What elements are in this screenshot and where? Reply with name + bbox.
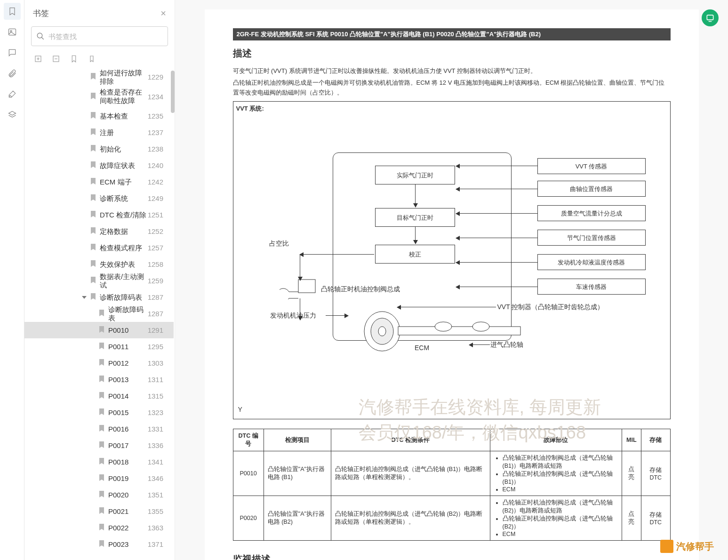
bookmark-label: 诊断故障码表: [100, 293, 148, 302]
box-ect-sensor: 发动机冷却液温度传感器: [537, 254, 646, 270]
search-icon: [36, 32, 45, 40]
label-ocv: 凸轮轴正时机油控制阀总成: [321, 285, 400, 294]
scrollbar-thumb[interactable]: [171, 71, 175, 113]
bookmark-item[interactable]: 定格数据1252: [24, 223, 174, 240]
svg-rect-9: [398, 327, 520, 335]
bookmark-item[interactable]: P00151323: [24, 404, 174, 421]
bookmark-label: 数据表/主动测试: [100, 272, 148, 289]
attachment-tab-icon[interactable]: [4, 65, 21, 82]
bookmark-tree[interactable]: 如何进行故障排除1229检查是否存在间歇性故障1234基本检查1235注册123…: [24, 69, 175, 560]
bookmark-page: 1252: [148, 227, 163, 235]
left-icon-bar: [0, 0, 24, 560]
bookmark-label: 基本检查: [100, 112, 148, 120]
bookmark-label: 故障症状表: [100, 161, 148, 170]
collapse-all-icon[interactable]: [51, 54, 61, 64]
box-crank-sensor: 曲轴位置传感器: [537, 181, 646, 197]
close-icon[interactable]: ×: [160, 8, 166, 19]
bookmark-page: 1257: [148, 244, 163, 252]
camshaft-gear-icon: [349, 303, 537, 360]
bookmark-label: P0022: [108, 524, 148, 532]
bookmark-page: 1238: [148, 145, 163, 153]
bookmark-label: P0021: [108, 507, 148, 516]
label-vvt-controller: VVT 控制器（凸轮轴正时齿轮总成）: [497, 303, 604, 312]
brand-watermark: 汽修帮手: [660, 540, 714, 553]
bookmark-page: 1311: [148, 376, 163, 384]
bookmark-page: 1287: [148, 310, 163, 318]
bookmark-page: 1331: [148, 425, 163, 433]
bookmark-item[interactable]: 初始化1238: [24, 141, 174, 157]
expand-all-icon[interactable]: [33, 54, 43, 64]
th-cond: DTC 检测条件: [331, 429, 490, 451]
box-throttle-sensor: 节气门位置传感器: [537, 230, 646, 246]
section-header-bar: 2GR-FE 发动机控制系统 SFI 系统 P0010 凸轮轴位置"A"执行器电…: [233, 28, 671, 40]
panel-title: 书签: [33, 8, 49, 19]
bookmark-label: 注册: [100, 128, 148, 137]
layers-tab-icon[interactable]: [4, 106, 21, 123]
bookmark-page: 1240: [148, 161, 163, 169]
bookmark-page: 1237: [148, 128, 163, 136]
bookmark-label: P0018: [108, 458, 148, 466]
bookmark-item[interactable]: P00161331: [24, 421, 174, 437]
document-viewport[interactable]: 2GR-FE 发动机控制系统 SFI 系统 P0010 凸轮轴位置"A"执行器电…: [175, 0, 728, 560]
bookmark-label: P0011: [108, 343, 148, 351]
bookmark-item[interactable]: P00191346: [24, 470, 174, 487]
bookmark-page: 1249: [148, 194, 163, 202]
bookmark-item[interactable]: 如何进行故障排除1229: [24, 69, 174, 85]
comment-tab-icon[interactable]: [4, 44, 21, 61]
bookmark-item[interactable]: 诊断故障码表1287: [24, 305, 174, 322]
dtc-table: DTC 编号 检测项目 DTC 检测条件 故障部位 MIL 存储 P0010 凸…: [233, 429, 671, 541]
bookmark-search[interactable]: [31, 26, 168, 46]
bookmark-item[interactable]: 诊断系统1249: [24, 190, 174, 207]
bookmark-page: 1341: [148, 458, 163, 466]
bookmark-item[interactable]: P00221363: [24, 520, 174, 536]
box-target: 目标气门正时: [375, 208, 455, 227]
bookmark-item[interactable]: 基本检查1235: [24, 108, 174, 124]
ocv-valve-icon: [280, 279, 317, 299]
bookmark-item[interactable]: P00171336: [24, 437, 174, 454]
label-y: Y: [238, 406, 242, 413]
bookmark-item[interactable]: 注册1237: [24, 124, 174, 141]
bookmark-item[interactable]: P00231371: [24, 536, 174, 552]
svg-point-8: [378, 327, 386, 336]
bookmark-item[interactable]: 数据表/主动测试1259: [24, 272, 174, 289]
bookmark-item[interactable]: DTC 检查/清除1251: [24, 207, 174, 223]
th-mil: MIL: [622, 429, 641, 451]
bookmark-item[interactable]: ECM 端子1242: [24, 174, 174, 190]
add-bookmark-icon[interactable]: [69, 54, 79, 64]
desc-para-1: 可变气门正时 (VVT) 系统调节进气门正时以改善操纵性能。发动机机油压力使 V…: [233, 66, 671, 76]
bookmark-page: 1251: [148, 211, 163, 219]
bookmark-item[interactable]: 检查是否存在间歇性故障1234: [24, 85, 174, 108]
bookmark-item[interactable]: P00211355: [24, 503, 174, 520]
bookmark-page: 1291: [148, 326, 163, 334]
bookmark-item[interactable]: P00101291: [24, 322, 174, 338]
bookmark-tab-icon[interactable]: [4, 3, 21, 20]
image-tab-icon[interactable]: [4, 24, 21, 40]
bookmark-small-icon[interactable]: [87, 54, 97, 64]
bookmark-item[interactable]: P00181341: [24, 454, 174, 470]
bookmark-item[interactable]: P00201351: [24, 487, 174, 503]
bookmark-label: 初始化: [100, 145, 148, 153]
signature-tab-icon[interactable]: [4, 86, 21, 103]
bookmark-page: 1229: [148, 73, 163, 81]
bookmark-item[interactable]: P00111295: [24, 338, 174, 355]
bookmark-page: 1295: [148, 343, 163, 351]
bookmark-item[interactable]: P00141315: [24, 388, 174, 404]
diagram-title: VVT 系统:: [236, 104, 667, 113]
bookmark-toolbar: [24, 51, 175, 69]
bookmark-item[interactable]: 检查模式程序1257: [24, 240, 174, 256]
document-page: 2GR-FE 发动机控制系统 SFI 系统 P0010 凸轮轴位置"A"执行器电…: [205, 9, 699, 560]
bookmark-item[interactable]: 故障症状表1240: [24, 157, 174, 174]
svg-point-11: [472, 322, 489, 331]
search-input[interactable]: [48, 32, 163, 40]
bookmark-item[interactable]: P00131311: [24, 371, 174, 388]
bookmark-label: P0023: [108, 540, 148, 549]
help-fab-icon[interactable]: [702, 9, 719, 26]
bookmark-page: 1355: [148, 507, 163, 515]
bookmark-page: 1234: [148, 93, 163, 101]
label-oil-pressure: 发动机机油压力: [270, 312, 316, 320]
bookmark-item[interactable]: 失效保护表1258: [24, 256, 174, 272]
bookmark-label: P0020: [108, 491, 148, 499]
bookmark-item[interactable]: 诊断故障码表1287: [24, 289, 174, 305]
bookmark-page: 1346: [148, 474, 163, 482]
bookmark-item[interactable]: P00121303: [24, 355, 174, 371]
